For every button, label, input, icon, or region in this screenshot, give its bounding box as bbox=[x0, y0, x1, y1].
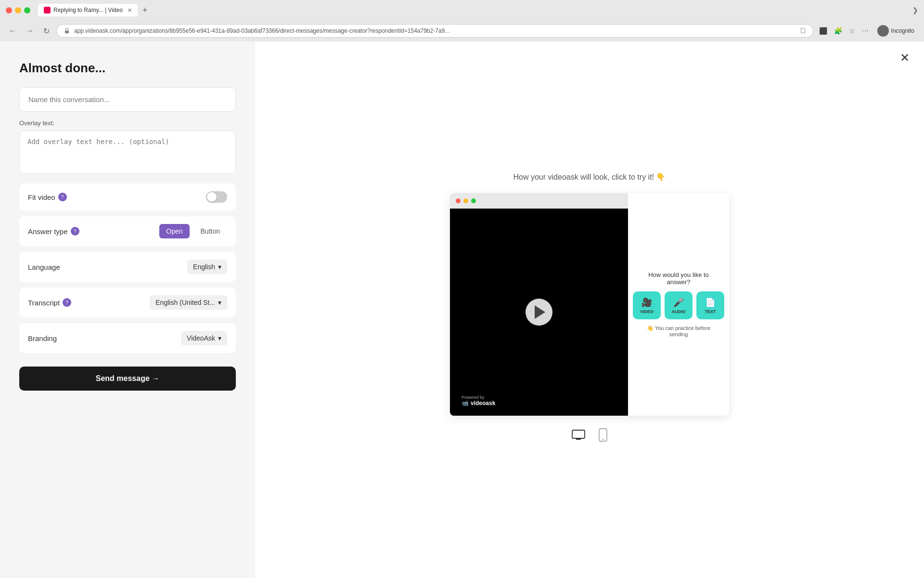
nav-icons: ⬛ 🧩 ☆ ⋯ Incognito bbox=[817, 23, 918, 39]
monitor-icon bbox=[572, 430, 585, 440]
svg-rect-0 bbox=[65, 30, 69, 33]
overlay-text-input[interactable] bbox=[19, 131, 236, 174]
toggle-thumb bbox=[207, 192, 217, 202]
tab-bar: Replying to Ramy... | Video ✕ + bbox=[38, 4, 909, 16]
transcript-label: Transcript ? bbox=[28, 298, 71, 307]
answer-type-open-button[interactable]: Open bbox=[159, 224, 189, 238]
preview-video[interactable]: Powered by 📹 videoask bbox=[450, 209, 628, 416]
preview-hint: How your videoask will look, click to tr… bbox=[513, 172, 666, 182]
practice-hint: 👋 You can practice before sending bbox=[638, 325, 719, 337]
chevron-down-icon: ▾ bbox=[218, 263, 221, 271]
text-label: TEXT bbox=[705, 309, 716, 314]
bookmark-button[interactable]: ☆ bbox=[847, 25, 857, 37]
view-toggle bbox=[569, 425, 610, 447]
video-answer-button[interactable]: 🎥 VIDEO bbox=[633, 291, 661, 319]
text-answer-button[interactable]: 📄 TEXT bbox=[696, 291, 724, 319]
language-label: Language bbox=[28, 263, 60, 271]
bookmark-icon bbox=[799, 27, 806, 34]
badge-brand: 📹 videoask bbox=[462, 400, 495, 407]
answer-options: 🎥 VIDEO 🎤 AUDIO 📄 TEXT bbox=[633, 291, 724, 319]
send-message-button[interactable]: Send message → bbox=[19, 367, 236, 391]
audio-answer-button[interactable]: 🎤 AUDIO bbox=[665, 291, 693, 319]
answer-type-row: Answer type ? Open Button bbox=[19, 216, 236, 246]
chevron-down-icon: ▾ bbox=[218, 334, 221, 342]
window-controls bbox=[6, 7, 30, 13]
videoask-badge: Powered by 📹 videoask bbox=[457, 393, 500, 409]
chevron-right-icon: ❯ bbox=[912, 6, 918, 14]
url-text: app.videoask.com/app/organizations/8b955… bbox=[74, 27, 796, 34]
language-dropdown[interactable]: English ▾ bbox=[187, 260, 227, 274]
transcript-row: Transcript ? English (United St... ▾ bbox=[19, 288, 236, 317]
refresh-button[interactable]: ↻ bbox=[40, 25, 52, 38]
tab-favicon bbox=[44, 7, 51, 13]
svg-point-3 bbox=[603, 438, 604, 440]
mobile-icon bbox=[599, 428, 607, 442]
fit-video-row: Fit video ? bbox=[19, 184, 236, 210]
play-button[interactable] bbox=[526, 299, 552, 326]
fit-video-toggle[interactable] bbox=[206, 191, 227, 203]
branding-row: Branding VideoAsk ▾ bbox=[19, 323, 236, 353]
cast-button[interactable]: ⬛ bbox=[817, 25, 829, 37]
svg-rect-1 bbox=[572, 430, 585, 438]
answer-type-button-button[interactable]: Button bbox=[193, 224, 227, 238]
preview-dot-yellow bbox=[463, 198, 468, 203]
back-button[interactable]: ← bbox=[6, 25, 19, 37]
conversation-name-input[interactable] bbox=[19, 87, 236, 112]
browser-nav: ← → ↻ app.videoask.com/app/organizations… bbox=[0, 20, 924, 41]
language-row: Language English ▾ bbox=[19, 252, 236, 282]
avatar bbox=[877, 25, 889, 37]
fit-video-help-icon[interactable]: ? bbox=[58, 193, 67, 201]
panel-title: Almost done... bbox=[19, 61, 236, 76]
preview-dot-red bbox=[456, 198, 461, 203]
answer-type-buttons: Open Button bbox=[159, 224, 227, 238]
close-window-button[interactable] bbox=[6, 7, 12, 13]
close-button[interactable]: ✕ bbox=[900, 51, 910, 65]
play-icon bbox=[535, 305, 545, 319]
right-panel: ✕ How your videoask will look, click to … bbox=[255, 41, 924, 578]
branding-dropdown[interactable]: VideoAsk ▾ bbox=[181, 331, 227, 345]
audio-label: AUDIO bbox=[672, 309, 686, 314]
answer-type-help-icon[interactable]: ? bbox=[71, 227, 79, 236]
branding-label: Branding bbox=[28, 334, 57, 342]
badge-powered-label: Powered by bbox=[462, 395, 495, 400]
preview-title-bar bbox=[450, 193, 628, 209]
transcript-dropdown[interactable]: English (United St... ▾ bbox=[150, 295, 227, 310]
video-label: VIDEO bbox=[640, 309, 654, 314]
tab-close-button[interactable]: ✕ bbox=[128, 7, 132, 13]
maximize-window-button[interactable] bbox=[24, 7, 30, 13]
profile-button[interactable]: Incognito bbox=[873, 23, 918, 39]
profile-label: Incognito bbox=[891, 27, 914, 34]
new-tab-button[interactable]: + bbox=[140, 5, 151, 15]
text-icon: 📄 bbox=[705, 297, 716, 308]
more-button[interactable]: ⋯ bbox=[860, 25, 871, 37]
tab-title: Replying to Ramy... | Video bbox=[53, 7, 123, 13]
video-icon: 🎥 bbox=[642, 297, 652, 308]
minimize-window-button[interactable] bbox=[15, 7, 21, 13]
chevron-down-icon: ▾ bbox=[218, 299, 221, 306]
active-tab[interactable]: Replying to Ramy... | Video ✕ bbox=[38, 4, 138, 16]
desktop-view-button[interactable] bbox=[569, 425, 588, 447]
left-panel: Almost done... Overlay text: Fit video ?… bbox=[0, 41, 255, 578]
preview-answer-panel: How would you like to answer? 🎥 VIDEO 🎤 … bbox=[628, 193, 729, 416]
lock-icon bbox=[64, 27, 70, 34]
url-bar[interactable]: app.videoask.com/app/organizations/8b955… bbox=[56, 24, 813, 38]
preview-dot-green bbox=[471, 198, 476, 203]
extensions-button[interactable]: 🧩 bbox=[832, 25, 844, 37]
answer-type-label: Answer type ? bbox=[28, 227, 79, 236]
overlay-text-section: Overlay text: bbox=[19, 119, 236, 184]
audio-icon: 🎤 bbox=[673, 297, 684, 308]
fit-video-label: Fit video ? bbox=[28, 193, 67, 201]
overlay-label: Overlay text: bbox=[19, 119, 236, 127]
mobile-view-button[interactable] bbox=[596, 425, 610, 447]
answer-question: How would you like to answer? bbox=[638, 271, 719, 286]
forward-button[interactable]: → bbox=[23, 25, 37, 37]
transcript-help-icon[interactable]: ? bbox=[63, 298, 71, 307]
preview-window-inner: Powered by 📹 videoask bbox=[450, 193, 628, 416]
preview-window: Powered by 📹 videoask How would you like… bbox=[450, 193, 729, 416]
